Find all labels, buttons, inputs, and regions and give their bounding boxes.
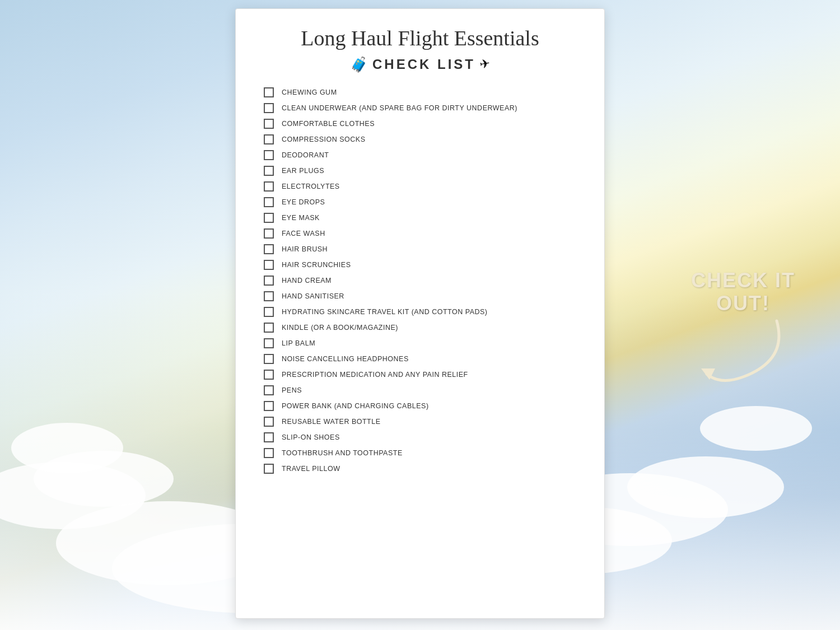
- plane-icon: ✈: [479, 57, 491, 73]
- list-item: KINDLE (OR A BOOK/MAGAZINE): [264, 320, 576, 335]
- arrow-container: [698, 315, 788, 388]
- list-item: REUSABLE WATER BOTTLE: [264, 414, 576, 430]
- cloud-decoration: [627, 456, 784, 518]
- checkbox[interactable]: [264, 323, 274, 333]
- item-label: HAIR SCRUNCHIES: [282, 261, 351, 269]
- checkbox[interactable]: [264, 354, 274, 364]
- list-item: TOOTHBRUSH AND TOOTHPASTE: [264, 445, 576, 461]
- list-item: ELECTROLYTES: [264, 179, 576, 194]
- check-it-out-annotation: CHECK IT OUT!: [691, 269, 795, 388]
- list-item: EYE DROPS: [264, 194, 576, 210]
- checkbox[interactable]: [264, 276, 274, 286]
- list-item: COMPRESSION SOCKS: [264, 132, 576, 147]
- checkbox[interactable]: [264, 119, 274, 129]
- subtitle-row: 🧳 CHECK LIST ✈: [264, 56, 576, 73]
- item-label: EAR PLUGS: [282, 167, 324, 175]
- suitcase-icon: 🧳: [350, 56, 368, 73]
- list-item: COMFORTABLE CLOTHES: [264, 116, 576, 132]
- checkbox[interactable]: [264, 448, 274, 458]
- item-label: FACE WASH: [282, 230, 325, 237]
- checkbox[interactable]: [264, 181, 274, 192]
- checkbox[interactable]: [264, 432, 274, 442]
- checkbox[interactable]: [264, 150, 274, 160]
- item-label: DEODORANT: [282, 151, 329, 159]
- list-item: EAR PLUGS: [264, 163, 576, 179]
- checkbox[interactable]: [264, 197, 274, 207]
- checkbox[interactable]: [264, 370, 274, 380]
- list-item: HAIR BRUSH: [264, 241, 576, 257]
- checkbox[interactable]: [264, 228, 274, 239]
- list-item: FACE WASH: [264, 226, 576, 241]
- item-label: KINDLE (OR A BOOK/MAGAZINE): [282, 324, 398, 332]
- list-item: LIP BALM: [264, 335, 576, 351]
- item-label: NOISE CANCELLING HEADPHONES: [282, 355, 409, 363]
- list-item: HAND CREAM: [264, 273, 576, 288]
- checkbox[interactable]: [264, 338, 274, 348]
- item-label: CLEAN UNDERWEAR (AND SPARE BAG FOR DIRTY…: [282, 104, 517, 112]
- item-label: COMFORTABLE CLOTHES: [282, 120, 375, 128]
- arrow-icon: [698, 315, 788, 388]
- list-item: PRESCRIPTION MEDICATION AND ANY PAIN REL…: [264, 367, 576, 382]
- item-label: CHEWING GUM: [282, 88, 337, 96]
- item-label: TRAVEL PILLOW: [282, 465, 340, 473]
- checkbox[interactable]: [264, 417, 274, 427]
- checkbox[interactable]: [264, 385, 274, 395]
- item-label: LIP BALM: [282, 339, 315, 347]
- list-item: NOISE CANCELLING HEADPHONES: [264, 351, 576, 367]
- item-label: SLIP-ON SHOES: [282, 433, 340, 441]
- list-item: PENS: [264, 382, 576, 398]
- annotation-text: CHECK IT OUT!: [691, 269, 795, 315]
- checklist-list: CHEWING GUMCLEAN UNDERWEAR (AND SPARE BA…: [264, 85, 576, 477]
- list-item: HAIR SCRUNCHIES: [264, 257, 576, 273]
- item-label: EYE MASK: [282, 214, 320, 222]
- item-label: ELECTROLYTES: [282, 183, 340, 190]
- item-label: TOOTHBRUSH AND TOOTHPASTE: [282, 449, 403, 457]
- checklist-card: Long Haul Flight Essentials 🧳 CHECK LIST…: [235, 8, 605, 619]
- item-label: HAND CREAM: [282, 277, 332, 284]
- item-label: REUSABLE WATER BOTTLE: [282, 418, 381, 426]
- list-item: DEODORANT: [264, 147, 576, 163]
- checkbox[interactable]: [264, 244, 274, 254]
- checkbox[interactable]: [264, 213, 274, 223]
- cloud-decoration: [700, 406, 812, 451]
- list-item: HYDRATING SKINCARE TRAVEL KIT (AND COTTO…: [264, 304, 576, 320]
- subtitle-text: CHECK LIST: [372, 57, 475, 72]
- item-label: COMPRESSION SOCKS: [282, 136, 366, 143]
- list-item: TRAVEL PILLOW: [264, 461, 576, 477]
- list-item: CLEAN UNDERWEAR (AND SPARE BAG FOR DIRTY…: [264, 100, 576, 116]
- item-label: HYDRATING SKINCARE TRAVEL KIT (AND COTTO…: [282, 308, 488, 316]
- checkbox[interactable]: [264, 260, 274, 270]
- checkbox[interactable]: [264, 401, 274, 411]
- checkbox[interactable]: [264, 103, 274, 113]
- page-title: Long Haul Flight Essentials: [264, 26, 576, 52]
- list-item: CHEWING GUM: [264, 85, 576, 100]
- item-label: POWER BANK (AND CHARGING CABLES): [282, 402, 429, 410]
- list-item: SLIP-ON SHOES: [264, 430, 576, 445]
- cloud-decoration: [11, 423, 123, 473]
- checkbox[interactable]: [264, 87, 274, 97]
- list-item: EYE MASK: [264, 210, 576, 226]
- item-label: HAND SANITISER: [282, 292, 344, 300]
- list-item: HAND SANITISER: [264, 288, 576, 304]
- checkbox[interactable]: [264, 291, 274, 301]
- item-label: PENS: [282, 386, 302, 394]
- checkbox[interactable]: [264, 166, 274, 176]
- item-label: EYE DROPS: [282, 198, 325, 206]
- checkbox[interactable]: [264, 134, 274, 144]
- checkbox[interactable]: [264, 307, 274, 317]
- list-item: POWER BANK (AND CHARGING CABLES): [264, 398, 576, 414]
- checkbox[interactable]: [264, 464, 274, 474]
- item-label: HAIR BRUSH: [282, 245, 328, 253]
- item-label: PRESCRIPTION MEDICATION AND ANY PAIN REL…: [282, 371, 468, 379]
